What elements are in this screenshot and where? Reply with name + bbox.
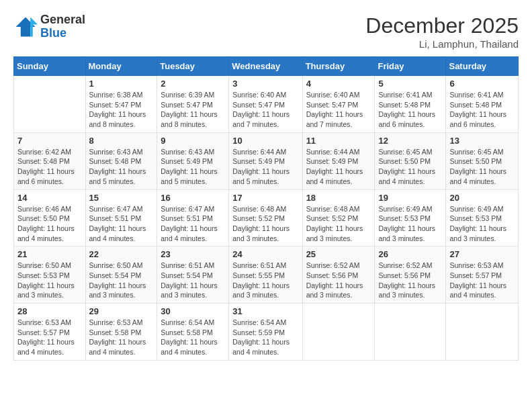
day-number: 4 bbox=[306, 79, 371, 89]
title-block: December 2025 Li, Lamphun, Thailand bbox=[365, 13, 519, 50]
day-header-saturday: Saturday bbox=[446, 57, 519, 76]
day-number: 28 bbox=[17, 306, 82, 316]
day-number: 31 bbox=[232, 306, 298, 316]
day-info: Sunrise: 6:54 AMSunset: 5:59 PMDaylight:… bbox=[232, 318, 298, 357]
calendar-cell: 13Sunrise: 6:45 AMSunset: 5:50 PMDayligh… bbox=[446, 132, 519, 189]
day-info: Sunrise: 6:51 AMSunset: 5:54 PMDaylight:… bbox=[161, 261, 225, 300]
day-info: Sunrise: 6:54 AMSunset: 5:58 PMDaylight:… bbox=[161, 318, 225, 357]
day-info: Sunrise: 6:40 AMSunset: 5:47 PMDaylight:… bbox=[306, 90, 371, 130]
day-number: 22 bbox=[89, 249, 154, 259]
day-info: Sunrise: 6:50 AMSunset: 5:54 PMDaylight:… bbox=[89, 261, 154, 300]
day-number: 19 bbox=[378, 193, 442, 203]
day-info: Sunrise: 6:42 AMSunset: 5:48 PMDaylight:… bbox=[17, 147, 82, 187]
day-info: Sunrise: 6:52 AMSunset: 5:56 PMDaylight:… bbox=[306, 261, 371, 300]
day-info: Sunrise: 6:43 AMSunset: 5:48 PMDaylight:… bbox=[89, 147, 154, 187]
calendar-cell: 18Sunrise: 6:48 AMSunset: 5:52 PMDayligh… bbox=[302, 189, 375, 246]
day-info: Sunrise: 6:41 AMSunset: 5:48 PMDaylight:… bbox=[449, 90, 515, 130]
day-info: Sunrise: 6:49 AMSunset: 5:53 PMDaylight:… bbox=[378, 204, 442, 244]
day-number: 24 bbox=[232, 249, 298, 259]
day-info: Sunrise: 6:46 AMSunset: 5:50 PMDaylight:… bbox=[17, 204, 82, 244]
calendar-cell bbox=[375, 304, 446, 361]
calendar-cell: 5Sunrise: 6:41 AMSunset: 5:48 PMDaylight… bbox=[375, 76, 446, 133]
calendar-table: SundayMondayTuesdayWednesdayThursdayFrid… bbox=[13, 56, 519, 361]
day-header-monday: Monday bbox=[85, 57, 157, 76]
day-info: Sunrise: 6:38 AMSunset: 5:47 PMDaylight:… bbox=[89, 90, 154, 130]
calendar-cell bbox=[14, 76, 86, 133]
calendar-cell: 31Sunrise: 6:54 AMSunset: 5:59 PMDayligh… bbox=[229, 304, 302, 361]
calendar-cell: 6Sunrise: 6:41 AMSunset: 5:48 PMDaylight… bbox=[446, 76, 519, 133]
calendar-cell: 3Sunrise: 6:40 AMSunset: 5:47 PMDaylight… bbox=[229, 76, 302, 133]
calendar-cell: 30Sunrise: 6:54 AMSunset: 5:58 PMDayligh… bbox=[157, 304, 229, 361]
day-number: 8 bbox=[89, 136, 154, 146]
calendar-cell: 15Sunrise: 6:47 AMSunset: 5:51 PMDayligh… bbox=[85, 189, 157, 246]
day-info: Sunrise: 6:48 AMSunset: 5:52 PMDaylight:… bbox=[306, 204, 371, 244]
logo-icon bbox=[13, 15, 38, 39]
day-header-tuesday: Tuesday bbox=[157, 57, 229, 76]
day-number: 5 bbox=[378, 79, 442, 89]
calendar-cell: 17Sunrise: 6:48 AMSunset: 5:52 PMDayligh… bbox=[229, 189, 302, 246]
calendar-cell: 2Sunrise: 6:39 AMSunset: 5:47 PMDaylight… bbox=[157, 76, 229, 133]
calendar-week-2: 7Sunrise: 6:42 AMSunset: 5:48 PMDaylight… bbox=[14, 132, 519, 189]
calendar-cell bbox=[446, 304, 519, 361]
day-info: Sunrise: 6:50 AMSunset: 5:53 PMDaylight:… bbox=[17, 261, 82, 300]
day-info: Sunrise: 6:53 AMSunset: 5:57 PMDaylight:… bbox=[449, 261, 515, 300]
day-info: Sunrise: 6:47 AMSunset: 5:51 PMDaylight:… bbox=[161, 204, 225, 244]
calendar-cell: 9Sunrise: 6:43 AMSunset: 5:49 PMDaylight… bbox=[157, 132, 229, 189]
calendar-header-row: SundayMondayTuesdayWednesdayThursdayFrid… bbox=[14, 57, 519, 76]
day-number: 23 bbox=[161, 249, 225, 259]
calendar-cell: 11Sunrise: 6:44 AMSunset: 5:49 PMDayligh… bbox=[302, 132, 375, 189]
day-header-wednesday: Wednesday bbox=[229, 57, 302, 76]
day-info: Sunrise: 6:45 AMSunset: 5:50 PMDaylight:… bbox=[449, 147, 515, 187]
day-header-thursday: Thursday bbox=[302, 57, 375, 76]
day-number: 1 bbox=[89, 79, 154, 89]
calendar-cell: 1Sunrise: 6:38 AMSunset: 5:47 PMDaylight… bbox=[85, 76, 157, 133]
day-info: Sunrise: 6:53 AMSunset: 5:58 PMDaylight:… bbox=[89, 318, 154, 357]
day-number: 7 bbox=[17, 136, 82, 146]
calendar-week-4: 21Sunrise: 6:50 AMSunset: 5:53 PMDayligh… bbox=[14, 246, 519, 304]
calendar-cell: 20Sunrise: 6:49 AMSunset: 5:53 PMDayligh… bbox=[446, 189, 519, 246]
calendar-cell: 12Sunrise: 6:45 AMSunset: 5:50 PMDayligh… bbox=[375, 132, 446, 189]
day-number: 10 bbox=[232, 136, 298, 146]
day-info: Sunrise: 6:53 AMSunset: 5:57 PMDaylight:… bbox=[17, 318, 82, 357]
logo: General Blue bbox=[13, 13, 85, 40]
day-number: 30 bbox=[161, 306, 225, 316]
day-number: 15 bbox=[89, 193, 154, 203]
calendar-cell: 14Sunrise: 6:46 AMSunset: 5:50 PMDayligh… bbox=[14, 189, 86, 246]
day-number: 2 bbox=[161, 79, 225, 89]
calendar-cell bbox=[302, 304, 375, 361]
day-info: Sunrise: 6:40 AMSunset: 5:47 PMDaylight:… bbox=[232, 90, 298, 130]
calendar-cell: 10Sunrise: 6:44 AMSunset: 5:49 PMDayligh… bbox=[229, 132, 302, 189]
day-info: Sunrise: 6:49 AMSunset: 5:53 PMDaylight:… bbox=[449, 204, 515, 244]
day-number: 3 bbox=[232, 79, 298, 89]
calendar-cell: 27Sunrise: 6:53 AMSunset: 5:57 PMDayligh… bbox=[446, 246, 519, 304]
day-number: 16 bbox=[161, 193, 225, 203]
calendar-cell: 25Sunrise: 6:52 AMSunset: 5:56 PMDayligh… bbox=[302, 246, 375, 304]
month-year: December 2025 bbox=[365, 13, 519, 38]
day-info: Sunrise: 6:52 AMSunset: 5:56 PMDaylight:… bbox=[378, 261, 442, 300]
day-number: 9 bbox=[161, 136, 225, 146]
calendar-week-5: 28Sunrise: 6:53 AMSunset: 5:57 PMDayligh… bbox=[14, 304, 519, 361]
location: Li, Lamphun, Thailand bbox=[365, 38, 519, 50]
calendar-cell: 16Sunrise: 6:47 AMSunset: 5:51 PMDayligh… bbox=[157, 189, 229, 246]
day-number: 6 bbox=[449, 79, 515, 89]
logo-text: General Blue bbox=[40, 13, 85, 40]
calendar-cell: 19Sunrise: 6:49 AMSunset: 5:53 PMDayligh… bbox=[375, 189, 446, 246]
day-number: 20 bbox=[449, 193, 515, 203]
day-info: Sunrise: 6:44 AMSunset: 5:49 PMDaylight:… bbox=[306, 147, 371, 187]
calendar-week-1: 1Sunrise: 6:38 AMSunset: 5:47 PMDaylight… bbox=[14, 76, 519, 133]
day-number: 11 bbox=[306, 136, 371, 146]
day-number: 25 bbox=[306, 249, 371, 259]
day-info: Sunrise: 6:39 AMSunset: 5:47 PMDaylight:… bbox=[161, 90, 225, 130]
calendar-cell: 21Sunrise: 6:50 AMSunset: 5:53 PMDayligh… bbox=[14, 246, 86, 304]
day-number: 14 bbox=[17, 193, 82, 203]
day-number: 21 bbox=[17, 249, 82, 259]
calendar-cell: 8Sunrise: 6:43 AMSunset: 5:48 PMDaylight… bbox=[85, 132, 157, 189]
day-number: 12 bbox=[378, 136, 442, 146]
day-info: Sunrise: 6:47 AMSunset: 5:51 PMDaylight:… bbox=[89, 204, 154, 244]
day-info: Sunrise: 6:44 AMSunset: 5:49 PMDaylight:… bbox=[232, 147, 298, 187]
calendar-cell: 22Sunrise: 6:50 AMSunset: 5:54 PMDayligh… bbox=[85, 246, 157, 304]
day-info: Sunrise: 6:43 AMSunset: 5:49 PMDaylight:… bbox=[161, 147, 225, 187]
page-header: General Blue December 2025 Li, Lamphun, … bbox=[13, 13, 519, 50]
calendar-cell: 23Sunrise: 6:51 AMSunset: 5:54 PMDayligh… bbox=[157, 246, 229, 304]
day-info: Sunrise: 6:48 AMSunset: 5:52 PMDaylight:… bbox=[232, 204, 298, 244]
